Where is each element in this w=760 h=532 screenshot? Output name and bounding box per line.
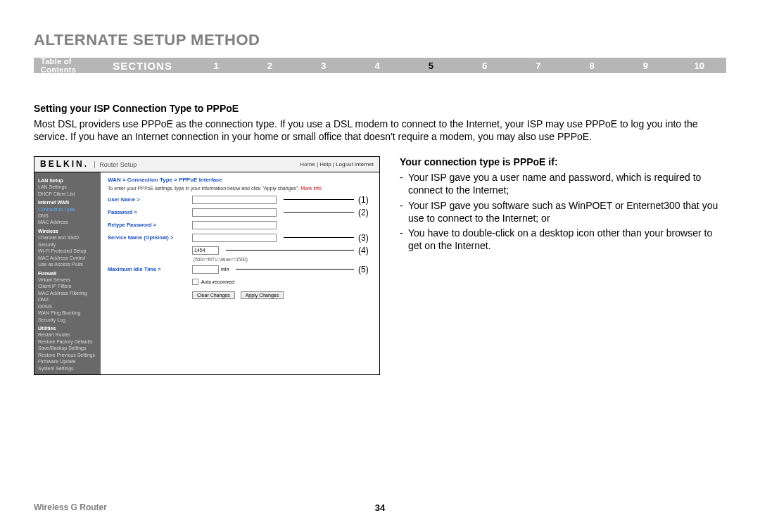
min-suffix: min (219, 267, 229, 272)
more-info-link[interactable]: More Info (300, 186, 322, 191)
sidebar-item[interactable]: Restore Factory Defaults (38, 338, 97, 345)
sidebar-cat-wireless: Wireless (38, 228, 97, 234)
section-link-1[interactable]: 1 (189, 61, 243, 71)
section-link-3[interactable]: 3 (297, 61, 350, 71)
sidebar-cat-firewall: Firewall (38, 270, 97, 277)
callout-3: (3) (358, 233, 372, 243)
bullet-dash-icon: - (400, 172, 408, 197)
sections-label: SECTIONS (113, 60, 189, 72)
router-top-links[interactable]: Home | Help | Logout Internet (300, 161, 374, 167)
label-retype-password: Retype Password > (108, 222, 192, 228)
sidebar-item[interactable]: DHCP Client List (38, 191, 97, 197)
section-link-7[interactable]: 7 (512, 61, 565, 71)
sidebar-item[interactable]: System Settings (38, 365, 97, 372)
bullet-text: Your ISP gave you a user name and passwo… (408, 172, 726, 197)
label-service-name: Service Name (Optional) > (108, 234, 192, 241)
callout-line-icon (236, 269, 354, 270)
section-nav-bar: Table of Contents SECTIONS 1 2 3 4 5 6 7… (34, 58, 726, 73)
sidebar-cat-wan: Internet WAN (38, 199, 97, 205)
checkbox-auto-reconnect[interactable] (192, 279, 198, 285)
sidebar-item[interactable]: Use as Access Point (38, 261, 97, 267)
brand-subtitle: Router Setup (94, 161, 137, 168)
sidebar-item[interactable]: DDNS (38, 303, 97, 310)
callout-2: (2) (358, 208, 372, 217)
section-heading: Setting your ISP Connection Type to PPPo… (34, 103, 726, 114)
section-link-9[interactable]: 9 (619, 61, 672, 71)
input-password[interactable] (192, 208, 277, 217)
sidebar-item[interactable]: Virtual Servers (38, 277, 97, 283)
sidebar-cat-lan: LAN Setup (38, 177, 97, 184)
callout-1: (1) (358, 195, 372, 205)
sidebar-item[interactable]: Firmware Update (38, 358, 97, 365)
sidebar-item-connection-type[interactable]: Connection Type (38, 206, 97, 213)
bullet-dash-icon: - (400, 200, 408, 225)
clear-changes-button[interactable]: Clear Changes (192, 291, 235, 299)
callout-line-icon (284, 199, 354, 200)
auto-reconnect-label: Auto-reconnect (198, 279, 234, 284)
sidebar-item[interactable]: DNS (38, 213, 97, 219)
section-link-5[interactable]: 5 (404, 61, 457, 71)
callout-5: (5) (358, 265, 372, 274)
brand-logo: BELKIN. (40, 159, 89, 169)
input-retype-password[interactable] (192, 221, 277, 229)
input-username[interactable] (192, 196, 277, 204)
instruction-body: To enter your PPPoE settings, type in yo… (108, 186, 300, 191)
callout-4: (4) (358, 246, 372, 255)
sidebar-item[interactable]: Client IP Filters (38, 283, 97, 289)
sidebar-item[interactable]: Security Log (38, 317, 97, 323)
sidebar-item[interactable]: Wi-Fi Protected Setup (38, 248, 97, 254)
sidebar-item[interactable]: Restore Previous Settings (38, 352, 97, 358)
input-service-name[interactable] (192, 234, 277, 242)
sidebar-item[interactable]: WAN Ping Blocking (38, 310, 97, 316)
body-paragraph: Most DSL providers use PPPoE as the conn… (34, 118, 726, 144)
sidebar-item[interactable]: MAC Address (38, 219, 97, 225)
input-mtu[interactable] (192, 246, 219, 255)
section-link-4[interactable]: 4 (350, 61, 404, 71)
page-title: ALTERNATE SETUP METHOD (34, 31, 726, 49)
sidebar-item[interactable]: Security (38, 241, 97, 248)
sidebar-item[interactable]: MAC Address Control (38, 255, 97, 261)
router-screenshot: BELKIN. Router Setup Home | Help | Logou… (34, 156, 380, 375)
section-link-2[interactable]: 2 (243, 61, 296, 71)
bullet-text: Your ISP gave you software such as WinPO… (408, 200, 726, 225)
bullet-dash-icon: - (400, 227, 408, 253)
sidebar-item[interactable]: MAC Address Filtering (38, 290, 97, 296)
label-password: Password > (108, 209, 192, 215)
instruction-text: To enter your PPPoE settings, type in yo… (108, 186, 372, 191)
sidebar-item[interactable]: DMZ (38, 296, 97, 303)
router-sidebar: LAN Setup LAN Settings DHCP Client List … (34, 172, 101, 374)
mtu-hint: (500<=MTU Value<=1500) (194, 257, 372, 262)
sidebar-item[interactable]: Channel and SSID (38, 234, 97, 241)
label-username: User Name > (108, 196, 192, 203)
page-number: 34 (375, 502, 385, 513)
sidebar-item[interactable]: Restart Router (38, 331, 97, 338)
input-max-idle[interactable] (192, 265, 219, 274)
toc-link[interactable]: Table of Contents (34, 57, 113, 74)
callout-line-icon (226, 250, 354, 251)
footer-product: Wireless G Router (34, 502, 107, 512)
callout-line-icon (284, 237, 354, 238)
breadcrumb: WAN > Connection Type > PPPoE Interface (108, 177, 372, 183)
label-max-idle: Maximum Idle Time > (108, 266, 192, 272)
section-link-8[interactable]: 8 (565, 61, 619, 71)
right-heading: Your connection type is PPPoE if: (400, 156, 726, 167)
callout-line-icon (284, 212, 354, 213)
section-link-10[interactable]: 10 (673, 61, 726, 71)
sidebar-cat-utilities: Utilities (38, 325, 97, 331)
section-link-6[interactable]: 6 (457, 61, 511, 71)
sidebar-item[interactable]: Save/Backup Settings (38, 345, 97, 351)
apply-changes-button[interactable]: Apply Changes (241, 291, 284, 299)
bullet-text: You have to double-click on a desktop ic… (408, 227, 726, 253)
sidebar-item[interactable]: LAN Settings (38, 184, 97, 190)
